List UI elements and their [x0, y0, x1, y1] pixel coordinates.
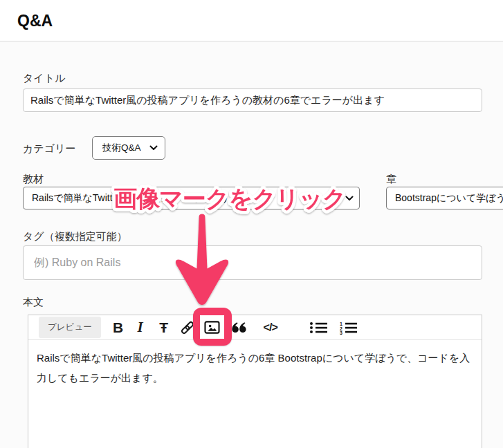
page-title: Q&A: [0, 0, 503, 30]
italic-button[interactable]: I: [132, 319, 149, 336]
bold-button[interactable]: B: [110, 319, 127, 336]
category-select[interactable]: 技術Q&A: [92, 136, 165, 160]
bullet-list-icon: [309, 321, 328, 335]
title-label: タイトル: [23, 72, 65, 85]
material-label: 教材: [23, 173, 44, 186]
tags-input[interactable]: [23, 245, 482, 280]
bullet-list-button[interactable]: [309, 319, 328, 336]
numbered-list-button[interactable]: 1 2 3: [339, 319, 358, 336]
body-label: 本文: [23, 296, 44, 309]
chevron-down-icon: [149, 145, 158, 151]
title-input[interactable]: [23, 88, 482, 112]
code-button[interactable]: </>: [259, 319, 282, 336]
body-textarea[interactable]: Railsで簡単なTwitter風の投稿アプリを作ろうの6章 Bootstrap…: [28, 340, 481, 395]
image-button[interactable]: [204, 319, 221, 336]
svg-text:1: 1: [340, 321, 342, 326]
chapter-select[interactable]: Bootstrapについて学ぼう: [386, 187, 503, 209]
editor-toolbar: プレビュー B I Ŧ: [28, 315, 482, 340]
markdown-editor: プレビュー B I Ŧ: [28, 315, 482, 448]
category-selected-value: 技術Q&A: [102, 142, 141, 154]
material-selected-value: Railsで簡単なTwitter風の投稿アプリを作ろう: [32, 192, 229, 205]
chapter-selected-value: Bootstrapについて学ぼう: [395, 192, 503, 205]
quote-icon: [231, 321, 246, 334]
material-select[interactable]: Railsで簡単なTwitter風の投稿アプリを作ろう: [23, 187, 360, 209]
tags-label: タグ（複数指定可能）: [23, 230, 127, 243]
numbered-list-icon: 1 2 3: [339, 321, 358, 335]
preview-button[interactable]: プレビュー: [39, 317, 101, 338]
strikethrough-button[interactable]: Ŧ: [156, 319, 172, 336]
quote-button[interactable]: [230, 319, 247, 336]
chapter-label: 章: [386, 173, 396, 186]
qa-form-page: Q&A タイトル カテゴリー 技術Q&A 教材 Railsで簡単なTwitter…: [0, 0, 503, 448]
chevron-down-icon: [345, 196, 354, 201]
svg-text:3: 3: [340, 330, 342, 335]
image-icon: [204, 320, 220, 335]
category-label: カテゴリー: [23, 142, 75, 156]
page-header: Q&A: [0, 0, 503, 41]
